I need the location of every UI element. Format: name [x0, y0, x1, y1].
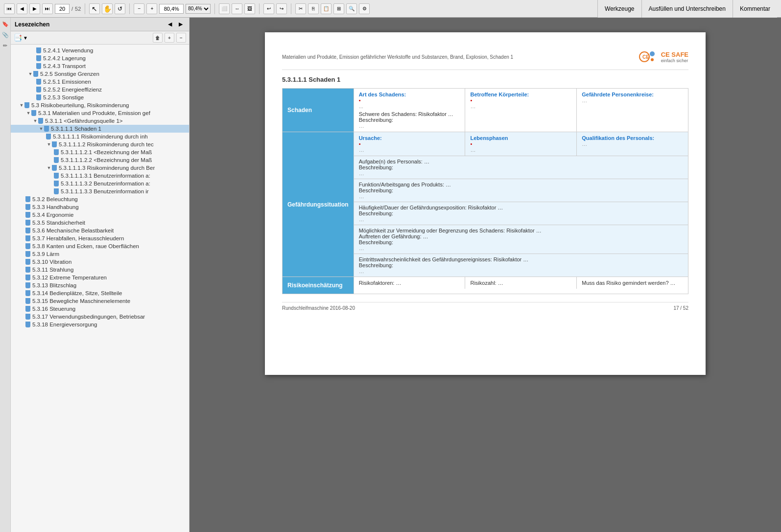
tree-item-538[interactable]: 5.3.8 Kanten und Ecken, raue Oberflächen: [11, 242, 189, 250]
bookmark-icon-531113: [52, 165, 57, 171]
zoom-out-btn[interactable]: −: [134, 3, 144, 14]
tree-item-5313[interactable]: 5.3.13 Blitzschlag: [11, 281, 189, 289]
zoom-in-btn[interactable]: +: [146, 3, 157, 14]
sidebar-expand-btn[interactable]: ▶: [176, 20, 185, 29]
tree-item-5316[interactable]: 5.3.16 Steuerung: [11, 305, 189, 313]
tree-item-5311132[interactable]: 5.3.1.1.1.3.2 Benutzerinformation a:: [11, 180, 189, 187]
werkzeuge-btn[interactable]: Werkzeuge: [597, 0, 641, 18]
tree-item-531113[interactable]: ▼ 5.3.1.1.1.3 Risikominderung durch Ber: [11, 164, 189, 172]
tree-item-5311b[interactable]: 5.3.11 Strahlung: [11, 266, 189, 274]
qualifikation-label: Qualifikation des Personals:: [582, 135, 683, 141]
tree-item-5251[interactable]: 5.2.5.1 Emissionen: [11, 78, 189, 86]
ausfuellen-btn[interactable]: Ausfüllen und Unterschreiben: [641, 0, 733, 18]
tree-item-5311133[interactable]: 5.3.1.1.1.3.3 Benutzerinformation ir: [11, 187, 189, 195]
page-input[interactable]: 20: [55, 4, 70, 14]
tree-item-5318[interactable]: 5.3.18 Energieversorgung: [11, 321, 189, 328]
tree-item-531111[interactable]: 5.3.1.1.1.1 Risikominderung durch inh: [11, 133, 189, 140]
logo-text-area: CE SAFE einfach sicher: [661, 51, 688, 63]
tree-item-5317[interactable]: 5.3.17 Verwendungsbedingungen, Betriebsa…: [11, 313, 189, 321]
tree-item-536[interactable]: 5.3.6 Mechanische Belastbarkeit: [11, 227, 189, 234]
options-btn[interactable]: ⚙: [359, 3, 370, 14]
sidebar-content[interactable]: 5.2.4.1 Verwendung 5.2.4.2 Lagerung 5.2.…: [11, 45, 189, 532]
hand-tool-btn[interactable]: ✋: [102, 3, 113, 14]
tree-label-5242: 5.2.4.2 Lagerung: [43, 55, 86, 61]
tree-item-537[interactable]: 5.3.7 Herabfallen, Herausschleudern: [11, 234, 189, 242]
tree-item-5311[interactable]: ▼ 5.3.1.1 <Gefährdungsquelle 1>: [11, 117, 189, 125]
tree-item-534[interactable]: 5.3.4 Ergonomie: [11, 211, 189, 219]
table-row-risiko: Risikoeinschätzung Risikofaktoren: … Ris…: [283, 277, 688, 294]
annotation-icon[interactable]: ✏: [1, 41, 10, 50]
tree-item-531112[interactable]: ▼ 5.3.1.1.1.2 Risikominderung durch tec: [11, 140, 189, 148]
tree-item-5242[interactable]: 5.2.4.2 Lagerung: [11, 54, 189, 62]
tree-item-533[interactable]: 5.3.3 Handhabung: [11, 203, 189, 211]
tree-label-5311132: 5.3.1.1.1.3.2 Benutzerinformation a:: [61, 181, 150, 186]
tree-label-5311133: 5.3.1.1.1.3.3 Benutzerinformation ir: [61, 188, 149, 194]
select-tool-btn[interactable]: ↖: [89, 3, 100, 14]
haeufigkeit-section: Häufigkeit/Dauer der Gefährdungsexpositi…: [354, 202, 688, 225]
tree-item-5310[interactable]: 5.3.10 Vibration: [11, 258, 189, 266]
toolbar-right: Werkzeuge Ausfüllen und Unterschreiben K…: [597, 0, 777, 18]
paste-btn[interactable]: 📋: [321, 3, 331, 14]
tree-item-5315[interactable]: 5.3.15 Bewegliche Maschinenelemente: [11, 297, 189, 305]
tree-item-5311122[interactable]: 5.3.1.1.1.2.2 <Bezeichnung der Maß: [11, 156, 189, 164]
tree-label-5315: 5.3.15 Bewegliche Maschinenelemente: [32, 298, 130, 304]
tree-item-525[interactable]: ▼ 5.2.5 Sonstige Grenzen: [11, 70, 189, 78]
zoom-input[interactable]: 80,4%: [159, 4, 184, 14]
zoom-dropdown[interactable]: 80,4% 100% 75%: [186, 4, 211, 14]
undo-btn[interactable]: ↩: [263, 3, 274, 14]
bookmark-icon-531112: [52, 141, 57, 147]
art-des-schadens-label: Art des Schadens:: [359, 92, 460, 97]
snap-btn[interactable]: ⊞: [333, 3, 344, 14]
nav-last-btn[interactable]: ⏭: [42, 3, 53, 14]
sidebar-delete-btn[interactable]: 🗑: [153, 33, 163, 43]
nav-prev-btn[interactable]: ◀: [17, 3, 27, 14]
tree-item-5243[interactable]: 5.2.4.3 Transport: [11, 62, 189, 70]
copy-btn[interactable]: ⎘: [308, 3, 319, 14]
fit-page-btn[interactable]: ⬜: [219, 3, 230, 14]
tree-item-531[interactable]: ▼ 5.3.1 Materialien und Produkte, Emissi…: [11, 109, 189, 117]
tree-item-5311121[interactable]: 5.3.1.1.1.2.1 <Bezeichnung der Maß: [11, 148, 189, 156]
search-btn[interactable]: 🔍: [346, 3, 357, 14]
ursache-dot: •: [359, 141, 460, 147]
tree-item-539[interactable]: 5.3.9 Lärm: [11, 250, 189, 258]
redo-btn[interactable]: ↪: [276, 3, 287, 14]
document-area[interactable]: Materialien und Produkte, Emission gefäh…: [189, 18, 781, 532]
attachment-icon[interactable]: 📎: [1, 30, 10, 39]
sidebar-header-buttons: ◀ ▶: [166, 20, 185, 29]
tree-item-5241[interactable]: 5.2.4.1 Verwendung: [11, 46, 189, 54]
tree-item-5252[interactable]: 5.2.5.2 Energieeffizienz: [11, 86, 189, 93]
page-separator: /: [71, 6, 73, 12]
svg-text:CE: CE: [642, 54, 649, 60]
aufgaben-label: Aufgabe(n) des Personals: …: [359, 159, 683, 164]
rotate-tool-btn[interactable]: ↺: [115, 3, 125, 14]
tree-item-5314[interactable]: 5.3.14 Bedienplätze, Sitze, Stellteile: [11, 289, 189, 297]
sidebar-expand-all-btn[interactable]: +: [165, 33, 174, 43]
sidebar-collapse-all-btn[interactable]: −: [176, 33, 186, 43]
tree-item-53111[interactable]: ▼ 5.3.1.1.1 Schaden 1: [11, 125, 189, 133]
tree-label-536: 5.3.6 Mechanische Belastbarkeit: [32, 228, 114, 233]
cut-btn[interactable]: ✂: [295, 3, 306, 14]
fit-width-btn[interactable]: ↔: [232, 3, 242, 14]
tree-item-53[interactable]: ▼ 5.3 Risikobeurteilung, Risikominderung: [11, 101, 189, 109]
bookmark-icon-5312: [25, 275, 30, 280]
sidebar-collapse-btn[interactable]: ◀: [166, 20, 174, 29]
tree-item-5312[interactable]: 5.3.12 Extreme Temperaturen: [11, 274, 189, 281]
kommentar-btn[interactable]: Kommentar: [733, 0, 777, 18]
haeufigkeit-label: Häufigkeit/Dauer der Gefährdungsexpositi…: [359, 205, 683, 210]
toggle-531113: ▼: [46, 165, 52, 171]
nav-first-btn[interactable]: ⏮: [4, 3, 15, 14]
tree-label-53: 5.3 Risikobeurteilung, Risikominderung: [31, 102, 129, 108]
tree-label-531112: 5.3.1.1.1.2 Risikominderung durch tec: [59, 141, 154, 147]
thumbnail-btn[interactable]: 🖼: [244, 3, 255, 14]
tree-item-5311131[interactable]: 5.3.1.1.1.3.1 Benutzerinformation a:: [11, 172, 189, 180]
logo-text: CE SAFE: [661, 51, 688, 58]
main-table: Schaden Art des Schadens: • ... Schwere …: [282, 88, 688, 294]
tree-item-535[interactable]: 5.3.5 Standsicherheit: [11, 219, 189, 227]
bookmark-icon-5317: [25, 314, 30, 320]
tree-item-532[interactable]: 5.3.2 Beleuchtung: [11, 195, 189, 203]
page-footer: Rundschleifmaschine 2016-08-20 17 / 52: [282, 302, 688, 311]
bookmark-icon[interactable]: 🔖: [1, 20, 10, 28]
tree-item-5253[interactable]: 5.2.5.3 Sonstige: [11, 93, 189, 101]
nav-next-btn[interactable]: ▶: [29, 3, 40, 14]
dropdown-icon: ▼: [23, 35, 28, 41]
